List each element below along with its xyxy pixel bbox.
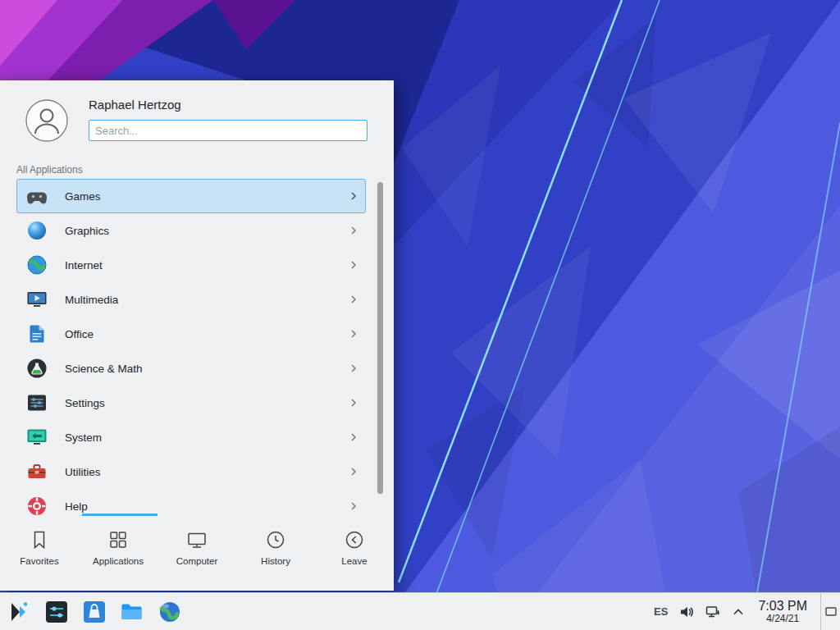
show-desktop-icon xyxy=(825,607,837,616)
category-utilities[interactable]: Utilities xyxy=(16,454,366,489)
sphere-icon xyxy=(25,219,48,242)
list-scrollbar[interactable] xyxy=(377,182,383,494)
tab-applications[interactable]: Applications xyxy=(79,518,158,591)
category-multimedia[interactable]: Multimedia xyxy=(16,282,366,317)
chevron-right-icon xyxy=(350,294,357,304)
discover-button[interactable] xyxy=(82,600,107,624)
chevron-right-icon xyxy=(350,260,357,270)
monitor-play-icon xyxy=(25,288,48,311)
chevron-right-icon xyxy=(350,501,357,511)
tab-computer[interactable]: Computer xyxy=(158,518,236,591)
chevron-right-icon xyxy=(350,363,357,373)
tab-favorites[interactable]: Favorites xyxy=(0,518,79,591)
category-label: Multimedia xyxy=(65,294,118,306)
gamepad-icon xyxy=(25,185,48,208)
category-label: Science & Math xyxy=(65,363,143,375)
tab-label: Computer xyxy=(176,556,218,566)
bookmark-icon xyxy=(29,529,50,550)
category-office[interactable]: Office xyxy=(16,317,366,351)
volume-icon[interactable] xyxy=(679,605,694,619)
system-monitor-icon xyxy=(25,426,48,449)
search-input[interactable] xyxy=(89,120,368,141)
system-tray: ES 7:03 PM 4/24/21 xyxy=(654,593,840,630)
system-settings-button[interactable] xyxy=(44,600,69,624)
tab-leave[interactable]: Leave xyxy=(315,518,394,591)
clock[interactable]: 7:03 PM 4/24/21 xyxy=(756,599,809,623)
chevron-right-icon xyxy=(350,226,357,235)
tab-label: Applications xyxy=(93,556,144,566)
category-list: Games Graphics xyxy=(0,179,394,517)
desktop: Raphael Hertzog All Applications Games xyxy=(0,0,840,630)
show-desktop-button[interactable] xyxy=(820,593,840,630)
category-science-math[interactable]: Science & Math xyxy=(16,351,366,386)
category-graphics[interactable]: Graphics xyxy=(16,213,366,248)
application-launcher-menu: Raphael Hertzog All Applications Games xyxy=(0,80,394,591)
taskbar: ES 7:03 PM 4/24/21 xyxy=(0,592,840,630)
globe-icon xyxy=(25,253,48,276)
tab-label: Leave xyxy=(341,556,367,566)
category-help[interactable]: Help xyxy=(16,489,366,517)
web-browser-button[interactable] xyxy=(158,600,182,624)
sliders-icon xyxy=(25,391,48,414)
category-settings[interactable]: Settings xyxy=(16,386,366,420)
keyboard-layout-indicator[interactable]: ES xyxy=(654,605,668,618)
section-label: All Applications xyxy=(16,164,83,176)
clock-time: 7:03 PM xyxy=(758,599,807,613)
category-label: Help xyxy=(65,500,88,513)
clock-date: 4/24/21 xyxy=(766,614,799,624)
leave-icon xyxy=(344,529,365,550)
tab-label: History xyxy=(261,556,290,566)
category-system[interactable]: System xyxy=(16,420,366,454)
category-label: Graphics xyxy=(65,225,109,237)
launcher-tabbar: Favorites Applications Computer xyxy=(0,518,394,591)
user-avatar-icon xyxy=(25,99,68,142)
category-label: Settings xyxy=(65,397,105,409)
lifebuoy-icon xyxy=(25,495,48,517)
application-launcher-button[interactable] xyxy=(7,600,31,624)
taskbar-launchers xyxy=(0,600,182,624)
tab-label: Favorites xyxy=(20,556,58,566)
user-avatar[interactable] xyxy=(25,99,68,142)
category-label: Office xyxy=(65,328,94,340)
category-label: Internet xyxy=(65,259,103,272)
monitor-icon xyxy=(186,529,208,550)
clock-icon xyxy=(265,529,286,550)
category-label: Utilities xyxy=(65,466,101,478)
grid-icon xyxy=(107,529,129,550)
toolbox-icon xyxy=(25,460,48,483)
document-icon xyxy=(25,322,48,345)
category-games[interactable]: Games xyxy=(16,179,366,213)
category-label: System xyxy=(65,431,102,444)
chevron-right-icon xyxy=(350,329,357,339)
active-tab-indicator xyxy=(82,514,158,516)
chevron-right-icon xyxy=(350,432,357,442)
file-manager-button[interactable] xyxy=(120,600,144,624)
category-internet[interactable]: Internet xyxy=(16,248,366,282)
network-icon[interactable] xyxy=(705,605,720,619)
tab-history[interactable]: History xyxy=(236,518,315,591)
user-name: Raphael Hertzog xyxy=(89,98,181,112)
flask-icon xyxy=(25,357,48,380)
chevron-right-icon xyxy=(350,467,357,477)
chevron-right-icon xyxy=(350,191,357,201)
chevron-right-icon xyxy=(350,398,357,408)
category-label: Games xyxy=(65,190,101,203)
tray-expander-caret-icon[interactable] xyxy=(732,606,745,618)
